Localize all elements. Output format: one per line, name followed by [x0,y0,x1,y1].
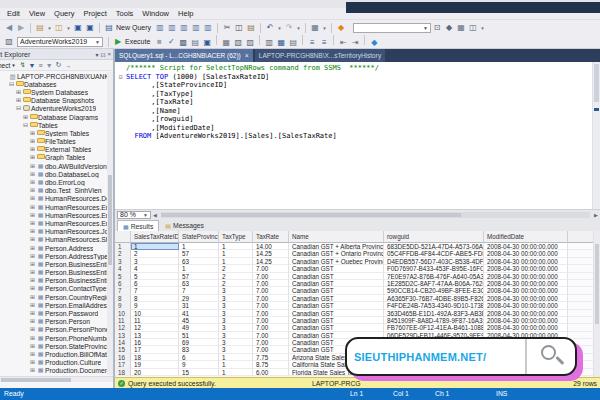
grid-cell[interactable]: 57 [179,273,219,280]
navigate-backward-icon[interactable]: ◀ [4,23,14,33]
vertical-scrollbar[interactable] [593,231,600,377]
grid-cell[interactable]: 5 [131,273,179,280]
grid-row-number[interactable]: 9 [115,302,131,309]
expand-icon[interactable]: ⊞ [29,302,36,309]
grid-row-number[interactable]: 10 [115,310,131,317]
grid-cell[interactable]: Canadian GST [289,302,384,309]
grid-cell[interactable]: 14.25 [253,250,289,257]
grid-cell[interactable]: 2 [219,273,253,280]
grid-header-cell[interactable] [115,231,131,243]
grid-cell[interactable]: 7 [131,287,179,294]
grid-row-number[interactable]: 2 [115,250,131,257]
expand-icon[interactable]: ⊞ [29,310,36,317]
tree-item[interactable]: ⊞▦dbo.ErrorLog [0,178,113,186]
tree-item[interactable]: ⊞FileTables [0,138,113,146]
grid-cell[interactable]: 12 [131,324,179,331]
highlight-icon-2[interactable]: ◆ [369,38,379,48]
grid-cell[interactable]: 2 [131,250,179,257]
grid-cell[interactable]: 3 [219,295,253,302]
query-options-icon[interactable]: ▤ [190,38,200,48]
grid-cell[interactable]: 29 [179,295,219,302]
tree-item[interactable]: ⊞▦HumanResources.Department [0,195,113,203]
grid-row-number[interactable]: 4 [115,265,131,272]
grid-cell[interactable]: 11 [131,317,179,324]
grid-cell[interactable]: 7 [179,287,219,294]
expand-icon[interactable]: ⊞ [29,171,36,178]
grid-cell[interactable]: 19 [131,361,179,368]
vertical-scrollbar[interactable] [592,62,600,209]
collapse-icon[interactable]: ⊟ [22,122,29,129]
expand-icon[interactable]: ⊞ [29,285,36,292]
grid-cell[interactable]: Canadian GST + Quebec Provincial Tax [289,258,384,265]
expand-icon[interactable]: ⊞ [29,335,36,342]
grid-cell[interactable]: 7.00 [253,324,289,331]
collapse-icon[interactable]: ⊟ [8,81,15,88]
grid-cell[interactable]: 15 [179,369,219,376]
grid-cell[interactable]: Canadian GST [289,324,384,331]
menu-project[interactable]: Project [84,9,107,18]
vertical-scrollbar[interactable] [107,72,113,375]
connect-dropdown[interactable]: Connect ▾ [0,62,17,69]
grid-cell[interactable]: F4FDE24B-7A53-4340-9D10-173E9424B64A [384,302,484,309]
tree-item[interactable]: ⊞▦Production.Document [0,367,113,375]
database-query-icon-4[interactable]: ▥ [191,23,201,33]
grid-cell[interactable]: 17 [131,346,179,353]
grid-row-number[interactable]: 14 [115,339,131,346]
navigate-forward-icon[interactable]: ▶ [16,23,26,33]
grid-cell[interactable]: 3 [131,258,179,265]
grid-cell[interactable]: 2008-04-30 00:00:00.000 [484,280,568,287]
grid-cell[interactable]: Canadian GST [289,280,384,287]
grid-cell[interactable]: 7.00 [253,287,289,294]
activity-monitor-icon[interactable]: ▦ [310,23,320,33]
menu-window[interactable]: Window [142,9,169,18]
tree-item[interactable]: ⊟Tables [0,121,113,129]
grid-cell[interactable]: 2008-04-30 00:00:00.000 [484,243,568,250]
grid-cell[interactable]: 8451909F-8A8D-4789-9F87-16A335D28053 [384,317,484,324]
grid-cell[interactable]: 2008-04-30 00:00:00.000 [484,265,568,272]
grid-cell[interactable]: 13 [131,332,179,339]
sql-editor[interactable]: /****** Script for SelectTopNRows comman… [115,62,600,209]
tree-item[interactable]: ⊞▦Person.ContactType [0,285,113,293]
tree-item[interactable]: ⊟AdventureWorks2019 [0,105,113,113]
grid-cell[interactable]: F0D76907-B433-453F-B95E-16FCE7386B7A [384,265,484,272]
grid-header-cell[interactable]: rowguid [384,231,484,243]
grid-cell[interactable]: FB7607EE-0F12-41EA-B461-10885C6F1533 [384,324,484,331]
grid-cell[interactable]: 2008-04-30 00:00:00.000 [484,295,568,302]
grid-cell[interactable]: 63 [179,280,219,287]
monitor-icon[interactable]: ◫ [468,23,478,33]
scrollbar-thumb[interactable] [161,213,461,217]
toolbox-icon[interactable]: ▦ [456,23,466,33]
tree-item[interactable]: ⊞▦Person.Person [0,318,113,326]
grid-cell[interactable]: 7E0E97A2-876B-476F-A640-05A3DD4450ED [384,273,484,280]
expand-icon[interactable]: ⊞ [29,318,36,325]
grid-cell[interactable]: 6.00 [253,369,289,376]
grid-cell[interactable]: 63 [179,258,219,265]
tree-item[interactable]: ⊞External Tables [0,146,113,154]
new-database-engine-query-icon[interactable]: ▥ [155,23,165,33]
expand-icon[interactable]: ⊞ [29,236,36,243]
grid-cell[interactable]: 1 [131,243,179,250]
expand-icon[interactable]: ⊞ [15,89,22,96]
save-all-icon[interactable]: ▣ [85,23,95,33]
grid-cell[interactable]: 2008-04-30 00:00:00.000 [484,258,568,265]
tree-item[interactable]: ⊞System Databases [0,88,113,96]
results-to-text-icon[interactable]: ▥ [264,38,274,48]
grid-cell[interactable]: Canadian GST [289,265,384,272]
tree-item[interactable]: ⊞▦Person.BusinessEntityContact [0,277,113,285]
tree-item[interactable]: ⊞System Tables [0,129,113,137]
tab-messages[interactable]: ▤ Messages [160,220,209,231]
grid-cell[interactable]: 2 [219,265,253,272]
tree-item[interactable]: ⊞▦Person.Address [0,244,113,252]
grid-cell[interactable]: 14.00 [253,243,289,250]
grid-cell[interactable]: Canadian GST + Ontario Provincial Tax [289,250,384,257]
new-file-icon[interactable]: ▤ [35,23,45,33]
expand-icon[interactable]: ⊞ [29,187,36,194]
options-icon[interactable]: ≡ [39,62,43,69]
grid-row-number[interactable]: 17 [115,361,131,368]
grid-row-number[interactable]: 7 [115,287,131,294]
tree-item[interactable]: ⊞▦HumanResources.EmployeeDepartmentHisto… [0,211,113,219]
window-position-icon[interactable]: ▾ [95,51,98,58]
expand-icon[interactable]: ⊞ [29,277,36,284]
activity-dropdown-icon[interactable]: ▾ [322,23,327,33]
tree-item[interactable]: ⊞▦Production.BillOfMaterials [0,350,113,358]
